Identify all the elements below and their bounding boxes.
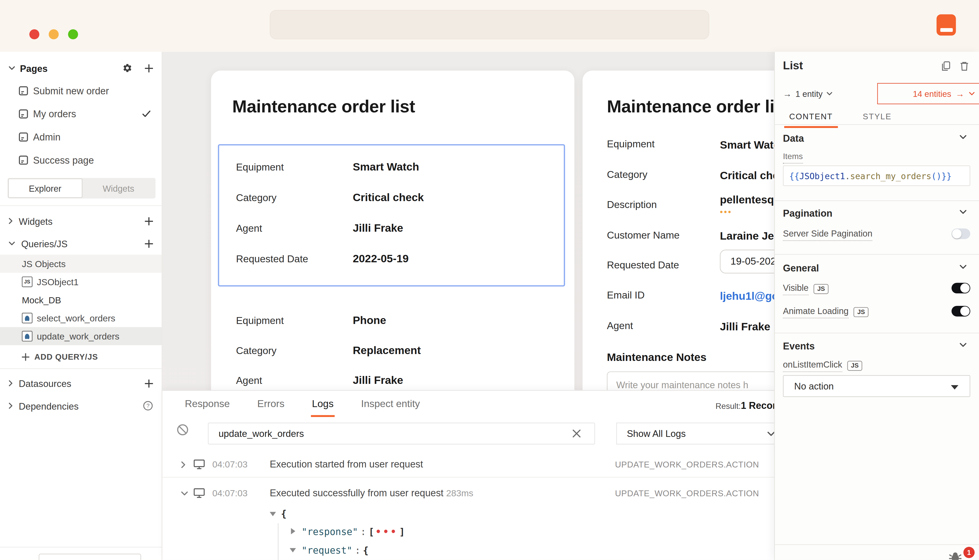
window-zoom-button[interactable]	[68, 29, 78, 39]
tree-group-queries-js[interactable]: Queries/JS	[0, 232, 162, 255]
tab-response[interactable]: Response	[183, 391, 231, 417]
collapse-triangle-icon[interactable]	[270, 512, 276, 516]
expand-triangle-icon[interactable]	[291, 528, 295, 534]
sidebar-item-my-orders[interactable]: My orders	[0, 102, 162, 126]
detail-row-agent: Agent Jilli Frake	[607, 320, 770, 333]
js-toggle-chip[interactable]: JS	[854, 307, 869, 317]
js-toggle-chip[interactable]: JS	[814, 284, 829, 294]
field-label: Equipment	[607, 139, 720, 152]
log-source-entity[interactable]: UPDATE_WORK_ORDERS.ACTION	[615, 460, 759, 470]
tree-item-jsobject1[interactable]: JS JSObject1	[0, 273, 162, 291]
json-request-row[interactable]: "request":{	[302, 545, 369, 556]
chevron-down-icon[interactable]	[960, 343, 967, 347]
items-binding-input[interactable]: {{JSObject1.search_my_orders()}}	[783, 165, 970, 186]
sidebar-item-admin[interactable]: Admin	[0, 125, 162, 148]
tree-group-widgets[interactable]: Widgets	[0, 210, 162, 232]
tab-explorer[interactable]: Explorer	[8, 178, 82, 198]
section-header-general[interactable]: General	[783, 263, 819, 274]
chevron-down-icon[interactable]	[960, 265, 967, 269]
divider	[0, 205, 162, 206]
tab-content[interactable]: CONTENT	[784, 109, 838, 128]
server-side-pagination-toggle[interactable]	[951, 228, 970, 239]
error-count-badge[interactable]: 1	[964, 547, 975, 558]
tree-item-select-work-orders[interactable]: select_work_orders	[0, 309, 162, 327]
log-level-dropdown[interactable]: Show All Logs	[616, 423, 774, 445]
connect-git-button[interactable]: CONNECT GIT (BETA)	[39, 553, 141, 560]
chevron-right-icon	[9, 380, 12, 386]
appsmith-app-icon[interactable]	[936, 14, 956, 35]
animate-loading-toggle[interactable]	[951, 306, 970, 317]
on-list-item-click-label: onListItemClick JS	[783, 360, 862, 372]
js-toggle-chip[interactable]: JS	[847, 361, 862, 371]
log-row[interactable]: 04:07:03 Executed successfully from user…	[162, 482, 774, 505]
log-level-value: Show All Logs	[627, 428, 686, 439]
window-close-button[interactable]	[29, 29, 39, 39]
entity-count-left-dropdown[interactable]: → 1 entity	[783, 83, 832, 104]
debug-bug-icon[interactable]	[948, 550, 962, 560]
page-icon	[18, 86, 28, 96]
description-expand-ellipsis[interactable]: •••	[720, 207, 732, 217]
log-message: Execution started from user request	[270, 459, 423, 470]
pages-header[interactable]: Pages	[0, 57, 162, 79]
chevron-down-icon	[9, 66, 15, 70]
tree-header-js-objects[interactable]: JS Objects	[0, 255, 162, 273]
field-value: Jilli Frake	[720, 320, 771, 333]
tab-inspect-entity[interactable]: Inspect entity	[360, 391, 421, 417]
section-header-data[interactable]: Data	[783, 133, 804, 144]
add-query-js-button[interactable]: ADD QUERY/JS	[0, 345, 162, 368]
detail-row-email: Email ID ljehu1l@goo	[607, 290, 785, 303]
clear-logs-ban-icon[interactable]	[177, 424, 188, 436]
collapse-triangle-icon[interactable]	[290, 548, 296, 552]
list-card-title: Maintenance order list	[232, 97, 415, 117]
copy-widget-icon[interactable]	[941, 61, 951, 71]
sidebar-item-success-page[interactable]: Success page	[0, 148, 162, 172]
window-minimize-button[interactable]	[49, 29, 58, 39]
tree-item-update-work-orders[interactable]: update_work_orders	[0, 327, 162, 345]
help-question-icon[interactable]	[143, 401, 153, 411]
action-selector-dropdown[interactable]: No action	[783, 375, 970, 397]
visible-toggle[interactable]	[951, 283, 970, 293]
tree-group-dependencies[interactable]: Dependencies	[0, 395, 162, 417]
add-page-plus-icon[interactable]	[145, 64, 153, 72]
sidebar-item-submit-new-order[interactable]: Submit new order	[0, 79, 162, 102]
log-filter-input[interactable]	[208, 423, 595, 445]
action-selector-value: No action	[794, 381, 834, 392]
tree-group-label: Datasources	[18, 378, 145, 389]
page-item-label: Submit new order	[33, 85, 109, 97]
entity-count-right-dropdown[interactable]: 14 entities →	[877, 83, 979, 104]
add-query-plus-icon[interactable]	[145, 239, 153, 248]
tab-errors[interactable]: Errors	[256, 391, 285, 417]
chevron-down-icon	[969, 92, 974, 96]
browser-address-bar[interactable]	[270, 10, 709, 39]
monitor-icon	[193, 459, 205, 469]
delete-widget-trash-icon[interactable]	[960, 61, 969, 71]
tab-logs[interactable]: Logs	[311, 391, 335, 417]
section-header-pagination[interactable]: Pagination	[783, 208, 832, 219]
expand-chevron-right-icon[interactable]	[181, 462, 185, 468]
js-object-icon: JS	[22, 277, 33, 287]
tab-style[interactable]: STYLE	[858, 109, 897, 128]
log-row[interactable]: 04:07:03 Execution started from user req…	[162, 453, 774, 477]
widget-name[interactable]: List	[783, 59, 803, 72]
tree-header-mock-db[interactable]: Mock_DB	[0, 291, 162, 309]
chevron-down-icon[interactable]	[960, 210, 967, 214]
tree-group-label: Queries/JS	[21, 238, 145, 249]
list-item-selected[interactable]: Equipment Smart Watch Category Critical …	[218, 144, 565, 287]
log-source-entity[interactable]: UPDATE_WORK_ORDERS.ACTION	[615, 489, 759, 498]
add-datasource-plus-icon[interactable]	[145, 379, 153, 387]
date-value: 19-05-2022	[730, 256, 781, 267]
add-widget-plus-icon[interactable]	[145, 217, 153, 225]
section-header-events[interactable]: Events	[783, 341, 815, 352]
tab-widgets[interactable]: Widgets	[82, 178, 155, 198]
pages-settings-gear-icon[interactable]	[122, 63, 132, 73]
field-value: Phone	[353, 314, 386, 327]
field-row: Requested Date 2022-05-19	[236, 252, 564, 265]
json-response-row[interactable]: "response":[•••]	[302, 526, 405, 537]
json-root-row[interactable]: {	[281, 508, 287, 519]
visible-label: Visible JS	[783, 283, 829, 295]
tree-group-datasources[interactable]: Datasources	[0, 372, 162, 395]
clear-filter-close-icon[interactable]	[573, 430, 581, 438]
chevron-down-icon[interactable]	[960, 135, 967, 139]
collapse-chevron-down-icon[interactable]	[181, 491, 188, 495]
detail-row-requested-date: Requested Date	[607, 260, 720, 271]
